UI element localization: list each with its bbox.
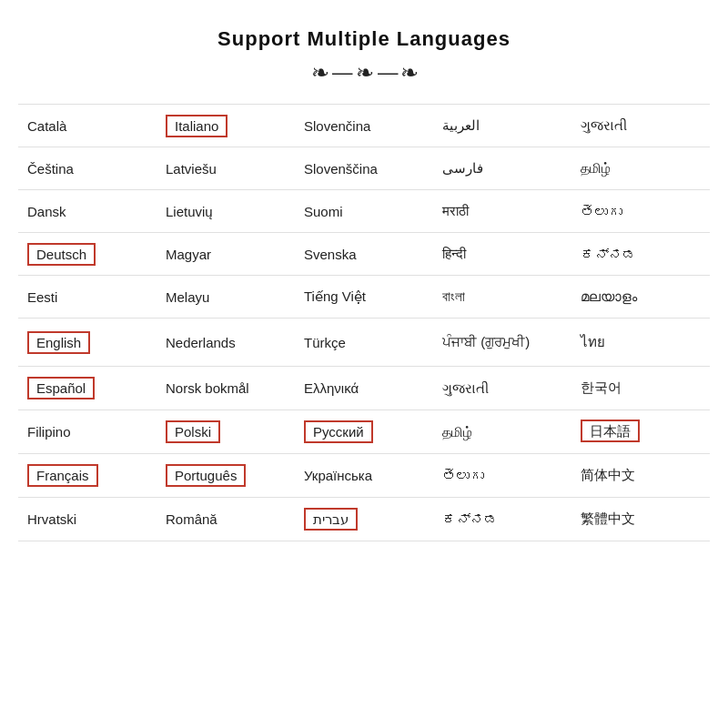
language-label: Português: [166, 464, 246, 487]
language-label: Català: [27, 118, 66, 134]
language-label: עברית: [304, 508, 358, 531]
language-cell: हिन्दी: [433, 233, 571, 276]
language-cell: Čeština: [18, 147, 157, 190]
language-cell: 日本語: [571, 410, 710, 454]
language-label: Svenska: [304, 247, 357, 262]
language-label: Čeština: [27, 161, 74, 177]
decorative-divider: ❧ ⸻ ❧ ⸻ ❧: [18, 60, 710, 86]
language-label: ಕನ್ನಡ: [581, 247, 636, 262]
language-label: 繁體中文: [581, 511, 635, 526]
language-cell: العربية: [433, 105, 571, 147]
language-label: ಕನ್ನಡ: [442, 511, 498, 527]
page-container: Support Multiple Languages ❧ ⸻ ❧ ⸻ ❧ Cat…: [0, 0, 728, 560]
language-label: Latviešu: [166, 161, 217, 177]
table-row: CatalàItalianoSlovenčinaالعربيةગુજરાતી: [18, 105, 710, 147]
language-label: ગુજરાતી: [442, 380, 489, 396]
language-label: Русский: [304, 420, 373, 443]
language-cell: தமிழ்: [571, 147, 710, 190]
language-label: Ελληνικά: [304, 380, 359, 396]
language-cell: తెలుగు: [433, 454, 571, 498]
language-cell: Tiếng Việt: [295, 276, 433, 318]
language-cell: فارسی: [433, 147, 571, 190]
language-label: മലയാളം: [581, 288, 637, 304]
language-cell: 简体中文: [571, 454, 710, 498]
language-label: Türkçe: [304, 335, 346, 350]
language-cell: Română: [157, 498, 295, 541]
language-cell: Slovenčina: [295, 105, 433, 147]
language-label: العربية: [442, 117, 480, 133]
language-cell: Eesti: [18, 276, 157, 318]
language-label: ਪੰਜਾਬੀ (ਗੁਰਮੁਖੀ): [442, 334, 530, 349]
language-label: Magyar: [166, 247, 211, 262]
language-label: Melayu: [166, 289, 209, 305]
language-label: हिन्दी: [442, 246, 466, 261]
language-cell: Українська: [295, 454, 433, 498]
language-label: Slovenščina: [304, 161, 378, 177]
language-cell: বাংলা: [433, 276, 571, 318]
language-cell: मराठी: [433, 190, 571, 233]
language-label: తెలుగు: [442, 468, 484, 483]
table-row: HrvatskiRomânăעבריתಕನ್ನಡ繁體中文: [18, 498, 710, 541]
language-label: Română: [166, 511, 217, 527]
language-label: Suomi: [304, 204, 343, 219]
language-label: Tiếng Việt: [304, 288, 366, 304]
language-cell: 한국어: [571, 367, 710, 410]
language-cell: Português: [157, 454, 295, 498]
language-cell: Svenska: [295, 233, 433, 276]
table-row: ČeštinaLatviešuSlovenščinaفارسیதமிழ்: [18, 147, 710, 190]
language-cell: Dansk: [18, 190, 157, 233]
language-label: Lietuvių: [166, 204, 213, 219]
language-label: தமிழ்: [442, 424, 472, 440]
language-cell: Suomi: [295, 190, 433, 233]
language-cell: தமிழ்: [433, 410, 571, 454]
language-label: తెలుగు: [581, 204, 622, 219]
table-row: EestiMelayuTiếng Việtবাংলাമലയാളം: [18, 276, 710, 318]
language-cell: Italiano: [157, 105, 295, 147]
language-label: ગુજરાતી: [581, 117, 627, 133]
language-cell: ગુજરાતી: [571, 105, 710, 147]
language-cell: Русский: [295, 410, 433, 454]
language-label: Italiano: [166, 115, 228, 137]
language-label: 简体中文: [581, 467, 635, 482]
table-row: FilipinoPolskiРусскийதமிழ்日本語: [18, 410, 710, 454]
language-label: Slovenčina: [304, 118, 370, 134]
language-label: English: [27, 331, 90, 354]
language-label: Polski: [166, 420, 220, 443]
language-cell: 繁體中文: [571, 498, 710, 541]
language-cell: ಕನ್ನಡ: [571, 233, 710, 276]
language-label: Français: [27, 464, 98, 487]
language-label: தமிழ்: [581, 160, 611, 176]
language-cell: ไทย: [571, 318, 710, 367]
language-label: فارسی: [442, 160, 483, 176]
language-cell: Norsk bokmål: [157, 367, 295, 410]
language-label: Українська: [304, 468, 372, 483]
language-cell: తెలుగు: [571, 190, 710, 233]
language-cell: Filipino: [18, 410, 157, 454]
table-row: DanskLietuviųSuomiमराठीతెలుగు: [18, 190, 710, 233]
language-label: 日本語: [581, 420, 640, 442]
language-cell: Türkçe: [295, 318, 433, 367]
language-label: Filipino: [27, 424, 71, 440]
language-label: বাংলা: [442, 288, 465, 304]
language-label: मराठी: [442, 203, 469, 218]
table-row: DeutschMagyarSvenskaहिन्दीಕನ್ನಡ: [18, 233, 710, 276]
language-cell: Français: [18, 454, 157, 498]
page-title: Support Multiple Languages: [18, 27, 710, 51]
language-cell: ಕನ್ನಡ: [433, 498, 571, 541]
language-label: ไทย: [581, 334, 605, 349]
language-cell: Hrvatski: [18, 498, 157, 541]
language-cell: Melayu: [157, 276, 295, 318]
language-cell: Slovenščina: [295, 147, 433, 190]
table-row: EnglishNederlandsTürkçeਪੰਜਾਬੀ (ਗੁਰਮੁਖੀ)ไ…: [18, 318, 710, 367]
language-label: 한국어: [581, 379, 622, 395]
language-cell: Lietuvių: [157, 190, 295, 233]
language-label: Eesti: [27, 289, 57, 305]
language-cell: Català: [18, 105, 157, 147]
languages-table: CatalàItalianoSlovenčinaالعربيةગુજરાતીČe…: [18, 104, 710, 541]
language-label: Norsk bokmål: [166, 380, 249, 396]
language-label: Hrvatski: [27, 511, 76, 527]
language-label: Deutsch: [27, 243, 96, 266]
language-label: Dansk: [27, 204, 66, 219]
language-cell: ગુજરાતી: [433, 367, 571, 410]
language-cell: Deutsch: [18, 233, 157, 276]
